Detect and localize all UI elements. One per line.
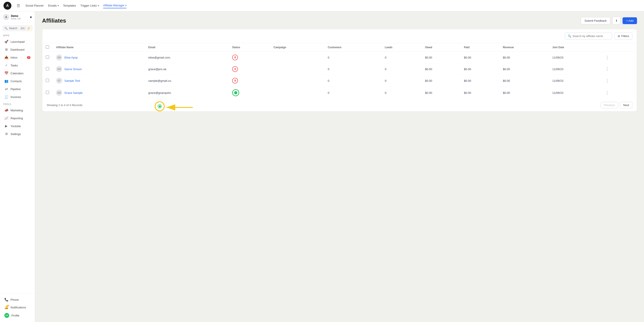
trigger-links-chevron-icon: ▾ bbox=[98, 5, 99, 7]
affiliate-join-date: 11/09/23 bbox=[549, 52, 601, 63]
affiliate-leads: 0 bbox=[381, 75, 422, 87]
pagination: Previous Next bbox=[601, 102, 632, 108]
col-revenue: Revenue bbox=[500, 43, 549, 52]
sidebar-item-profile[interactable]: CP Profile bbox=[1, 311, 34, 319]
download-icon: ⬇ bbox=[615, 19, 618, 22]
sidebar-item-invoices[interactable]: 🧾 Invoices bbox=[1, 93, 34, 101]
status-paused-icon: ⏸ bbox=[232, 66, 238, 72]
filters-label: Filters bbox=[622, 35, 629, 38]
table-row: GS Grace Sample grace@goacquire. 0 0 $0.… bbox=[42, 87, 637, 99]
pipeline-icon: ⇄ bbox=[4, 87, 8, 91]
col-leads: Leads bbox=[381, 43, 422, 52]
sidebar-item-launchpad[interactable]: 🚀 Launchpad bbox=[1, 38, 34, 45]
nav-emails[interactable]: Emails ▾ bbox=[48, 3, 59, 8]
col-customers: Customers bbox=[324, 43, 381, 52]
row-checkbox-1[interactable] bbox=[46, 67, 49, 70]
sidebar-item-pipeline[interactable]: ⇄ Pipeline bbox=[1, 85, 34, 93]
more-options-button[interactable]: ⋮ bbox=[604, 78, 610, 84]
select-all-checkbox[interactable] bbox=[46, 45, 49, 49]
filters-button[interactable]: ⊟ Filters bbox=[614, 33, 632, 40]
previous-button[interactable]: Previous bbox=[601, 102, 618, 108]
sidebar-item-dashboard[interactable]: ⊞ Dashboard bbox=[1, 46, 34, 53]
sidebar-item-label: Launchpad bbox=[10, 40, 24, 43]
sidebar-item-youtube[interactable]: ▶ Youtube bbox=[1, 122, 34, 130]
more-options-button[interactable]: ⋮ bbox=[604, 90, 610, 96]
nav-social-planner[interactable]: Social Planner bbox=[26, 3, 44, 8]
profile-avatar-icon: CP bbox=[4, 313, 9, 318]
nav-trigger-links[interactable]: Trigger Links ▾ bbox=[80, 3, 99, 8]
nav-templates[interactable]: Templates bbox=[63, 3, 76, 8]
nav-affiliate-manager[interactable]: Affiliate Manager ▾ bbox=[103, 3, 126, 8]
affiliate-email: grace@goacquire. bbox=[145, 87, 229, 99]
row-checkbox-0[interactable] bbox=[46, 56, 49, 59]
app-logo: A bbox=[4, 2, 12, 10]
sidebar-item-contacts[interactable]: 👥 Contacts bbox=[1, 77, 34, 85]
more-options-button[interactable]: ⋮ bbox=[604, 54, 610, 61]
search-affiliate-input[interactable]: 🔍 bbox=[565, 33, 612, 40]
affiliate-manager-chevron-icon: ▾ bbox=[125, 4, 126, 7]
avatar: A bbox=[3, 14, 9, 20]
affiliate-customers: 0 bbox=[324, 75, 381, 87]
filters-icon: ⊟ bbox=[618, 35, 620, 38]
phone-icon: 📞 bbox=[4, 298, 8, 302]
nav-items: Social Planner Emails ▾ Templates Trigge… bbox=[26, 3, 640, 8]
hamburger-icon[interactable]: ☰ bbox=[17, 3, 20, 8]
pin-icon: ⚡ bbox=[27, 27, 30, 30]
sidebar-item-label: Dashboard bbox=[10, 48, 24, 51]
sidebar-item-inbox[interactable]: 📥 Inbox 0 bbox=[1, 54, 34, 61]
search-affiliate-field[interactable] bbox=[572, 35, 610, 38]
more-options-button[interactable]: ⋮ bbox=[604, 66, 610, 72]
inbox-badge: 0 bbox=[27, 56, 30, 59]
sidebar-item-reporting[interactable]: 📈 Reporting bbox=[1, 114, 34, 122]
emails-chevron-icon: ▾ bbox=[58, 5, 59, 7]
affiliate-owed: $0.00 bbox=[422, 52, 460, 63]
affiliate-revenue: $0.00 bbox=[500, 75, 549, 87]
affiliate-paid: $0.00 bbox=[460, 52, 500, 63]
reporting-icon: 📈 bbox=[4, 116, 8, 120]
affiliate-customers: 0 bbox=[324, 63, 381, 75]
sidebar-search[interactable]: 🔍 Search ⌘K ⚡ bbox=[2, 25, 33, 31]
affiliate-campaign bbox=[270, 87, 324, 99]
affiliate-avatar: GS bbox=[56, 66, 62, 72]
table-toolbar: 🔍 ⊟ Filters bbox=[42, 29, 637, 43]
inbox-icon: 📥 bbox=[4, 56, 8, 59]
affiliate-name-link[interactable]: Elise Ayop bbox=[64, 56, 78, 59]
sidebar-item-label: Notifications bbox=[10, 306, 26, 309]
sidebar-item-label: Calendars bbox=[10, 72, 24, 75]
sidebar-item-settings[interactable]: ⚙ Settings bbox=[1, 130, 34, 138]
sidebar-item-tasks[interactable]: ✓ Tasks bbox=[1, 62, 34, 69]
submit-feedback-button[interactable]: Submit Feedback bbox=[581, 17, 610, 24]
user-name: Demo bbox=[11, 15, 28, 18]
affiliate-campaign bbox=[270, 75, 324, 87]
next-button[interactable]: Next bbox=[620, 102, 632, 108]
affiliate-owed: $0.00 bbox=[422, 63, 460, 75]
affiliate-email: sample@gmail.co. bbox=[145, 75, 229, 87]
sidebar-item-phone[interactable]: 📞 Phone bbox=[1, 296, 34, 303]
col-join-date: Join Date bbox=[549, 43, 601, 52]
user-location: Irvine, CA bbox=[11, 18, 28, 20]
sidebar-item-notifications[interactable]: 🔔 Notifications bbox=[1, 303, 34, 311]
sidebar-item-label: Youtube bbox=[10, 125, 21, 128]
add-button[interactable]: + Add bbox=[622, 17, 637, 24]
youtube-icon: ▶ bbox=[4, 124, 8, 128]
sidebar-item-calendars[interactable]: 📅 Calendars bbox=[1, 70, 34, 77]
col-campaign: Campaign bbox=[270, 43, 324, 52]
download-button[interactable]: ⬇ bbox=[612, 17, 620, 25]
affiliate-avatar: GS bbox=[56, 90, 62, 96]
sidebar-user[interactable]: A Demo Irvine, CA ▾ bbox=[0, 12, 35, 23]
affiliate-name-link[interactable]: Grace Sample bbox=[64, 91, 82, 95]
affiliate-name-link[interactable]: Garce Smson bbox=[64, 68, 82, 71]
sidebar-item-label: Marketing bbox=[10, 109, 23, 112]
affiliate-campaign bbox=[270, 52, 324, 63]
row-checkbox-2[interactable] bbox=[46, 79, 49, 82]
notifications-icon: 🔔 bbox=[4, 305, 8, 309]
user-dropdown-icon: ▾ bbox=[30, 15, 32, 19]
sidebar-item-label: Inbox bbox=[10, 56, 18, 59]
search-label: Search bbox=[9, 27, 18, 30]
row-checkbox-3[interactable] bbox=[46, 91, 49, 94]
affiliate-name-link[interactable]: Sample Test bbox=[64, 79, 80, 82]
affiliate-join-date: 11/09/23 bbox=[549, 75, 601, 87]
sidebar-item-marketing[interactable]: 📣 Marketing bbox=[1, 107, 34, 114]
affiliate-owed: $0.00 bbox=[422, 87, 460, 99]
search-icon: 🔍 bbox=[4, 27, 8, 30]
